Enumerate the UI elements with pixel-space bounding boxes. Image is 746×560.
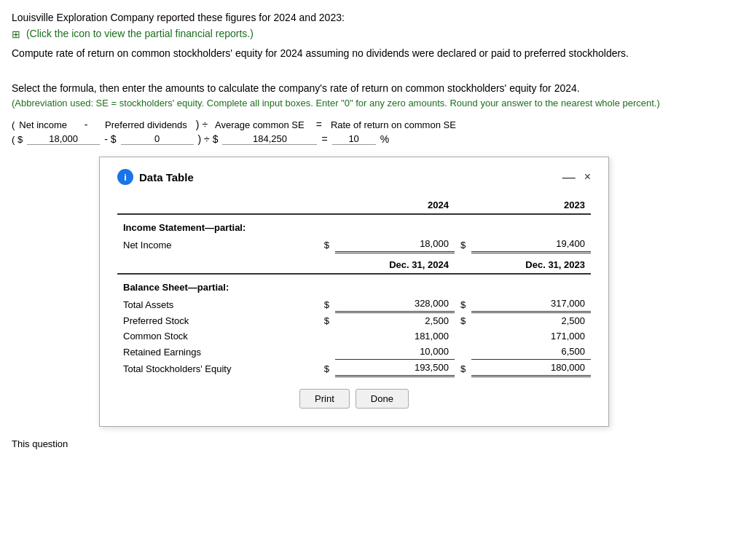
pref-stock-label-cell: Preferred Stock [117,312,318,329]
percent-sign: % [380,133,389,145]
retained-dollar-cell [318,344,335,360]
this-question-label: This question [12,438,734,449]
total-se-dollar-cell: $ [318,360,335,376]
avg-se-input[interactable] [222,133,317,145]
paren-close-value: ) ÷ $ [198,133,219,145]
minus-label: - [71,119,101,130]
pref-stock-dollar2-cell: $ [455,312,471,329]
instruction-note: (Abbreviation used: SE = stockholders' e… [12,97,734,110]
paren-open-value: ( $ [12,134,23,145]
net-income-2024-cell: 18,000 [335,236,455,253]
print-button[interactable]: Print [299,389,350,409]
total-se-label-cell: Total Stockholders' Equity [117,360,318,376]
net-income-label: Net income [19,119,67,130]
date-header-dec2023: Dec. 31, 2023 [471,253,591,275]
pref-stock-row: Preferred Stock $ 2,500 $ 2,500 [117,312,591,329]
paren-open-label: ( [12,119,15,130]
table-header-row: 2024 2023 [117,197,591,214]
total-assets-2024-cell: 328,000 [335,296,455,312]
common-stock-row: Common Stock 181,000 171,000 [117,328,591,344]
paren-close-label: ) ÷ [196,119,208,130]
formula-section: ( Net income - Preferred dividends ) ÷ A… [12,119,734,145]
modal-title: Data Table [139,171,194,184]
date-header-empty [318,253,335,275]
pref-stock-2024-cell: 2,500 [335,312,455,329]
icon-link-text: (Click the icon to view the partial fina… [26,28,254,39]
total-se-row: Total Stockholders' Equity $ 193,500 $ 1… [117,360,591,376]
common-stock-dollar2-cell [455,328,471,344]
total-assets-label-cell: Total Assets [117,296,318,312]
date-header-label [117,253,318,275]
common-stock-2024-cell: 181,000 [335,328,455,344]
total-assets-2023-cell: 317,000 [471,296,591,312]
net-income-2023-cell: 19,400 [471,236,591,253]
pref-stock-2023-cell: 2,500 [471,312,591,329]
result-input[interactable] [332,133,376,145]
minimize-button[interactable]: — [562,170,576,184]
total-se-2024-cell: 193,500 [335,360,455,376]
header-2023: 2023 [471,197,591,214]
common-stock-dollar-cell [318,328,335,344]
formula-labels-row: ( Net income - Preferred dividends ) ÷ A… [12,119,734,130]
equals-value: = [321,133,327,145]
income-section-header: Income Statement—partial: [117,214,591,236]
retained-2024-cell: 10,000 [335,344,455,360]
date-header-empty2 [455,253,471,275]
result-label: Rate of return on common SE [331,119,456,130]
modal-controls: — × [562,170,591,184]
data-table-modal: i Data Table — × 2024 2023 [99,157,609,427]
data-table: 2024 2023 Income Statement—partial: Net … [117,197,591,377]
balance-section-header: Balance Sheet—partial: [117,274,591,296]
minus-value: - $ [104,133,116,145]
total-se-dollar2-cell: $ [455,360,471,376]
total-assets-dollar-cell: $ [318,296,335,312]
header-label-col [117,197,318,214]
header-empty2 [455,197,471,214]
modal-header: i Data Table — × [117,169,591,185]
financial-reports-link[interactable]: ⊞ (Click the icon to view the partial fi… [12,28,734,40]
income-section-row: Income Statement—partial: [117,214,591,236]
instruction-text: Select the formula, then enter the amoun… [12,82,734,94]
retained-row: Retained Earnings 10,000 6,500 [117,344,591,360]
intro-line1: Louisville Exploration Company reported … [12,12,734,23]
modal-title-area: i Data Table [117,169,194,185]
bottom-buttons: Print Done [117,389,591,409]
total-assets-row: Total Assets $ 328,000 $ 317,000 [117,296,591,312]
balance-section-row: Balance Sheet—partial: [117,274,591,296]
compute-text: Compute rate of return on common stockho… [12,47,734,59]
net-income-input[interactable] [27,133,100,145]
equals-label: = [316,119,322,130]
common-stock-label-cell: Common Stock [117,328,318,344]
net-income-dollar-cell: $ [318,236,335,253]
modal-overlay: i Data Table — × 2024 2023 [99,157,734,427]
pref-div-label: Preferred dividends [105,119,187,130]
total-assets-dollar2-cell: $ [455,296,471,312]
grid-icon: ⊞ [12,28,20,40]
close-button[interactable]: × [584,170,591,184]
pref-stock-dollar-cell: $ [318,312,335,329]
date-header-row: Dec. 31, 2024 Dec. 31, 2023 [117,253,591,275]
header-empty [318,197,335,214]
retained-2023-cell: 6,500 [471,344,591,360]
formula-values-row: ( $ - $ ) ÷ $ = % [12,133,734,145]
retained-label-cell: Retained Earnings [117,344,318,360]
avg-se-label: Average common SE [215,119,305,130]
header-2024: 2024 [335,197,455,214]
common-stock-2023-cell: 171,000 [471,328,591,344]
date-header-dec2024: Dec. 31, 2024 [335,253,455,275]
net-income-dollar2-cell: $ [455,236,471,253]
pref-div-input[interactable] [121,133,194,145]
total-se-2023-cell: 180,000 [471,360,591,376]
info-icon: i [117,169,133,185]
net-income-row: Net Income $ 18,000 $ 19,400 [117,236,591,253]
done-button[interactable]: Done [356,389,409,409]
net-income-label-cell: Net Income [117,236,318,253]
retained-dollar2-cell [455,344,471,360]
